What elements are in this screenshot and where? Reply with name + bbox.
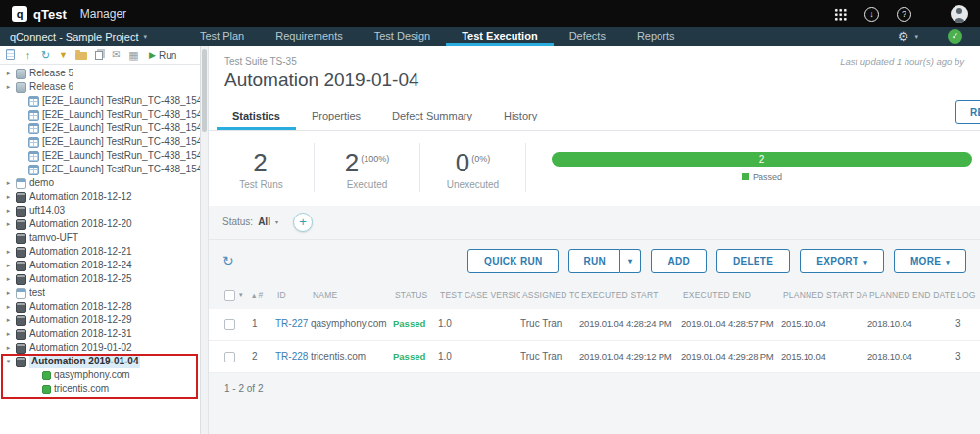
gear-icon[interactable]: ⚙ (898, 29, 909, 44)
nav-item[interactable]: Test Design (359, 27, 446, 46)
tab[interactable]: History (488, 101, 553, 130)
delete-button[interactable]: DELETE (716, 249, 790, 273)
tree-item[interactable]: tricentis.com (0, 382, 200, 396)
column-header[interactable]: ▴# (252, 282, 275, 309)
tree-item[interactable]: ▾ Automation 2019-01-04 (0, 355, 200, 368)
chevron-down-icon[interactable]: ▾ (239, 291, 243, 298)
column-header[interactable]: ASSIGNED TO (520, 282, 579, 309)
run-command[interactable]: ▶ Run (149, 50, 176, 61)
user-avatar[interactable] (951, 5, 968, 23)
nav-item[interactable]: Test Plan (184, 27, 260, 46)
filter-icon[interactable]: ▼ (57, 48, 70, 62)
select-all-checkbox[interactable] (224, 290, 235, 301)
download-icon[interactable]: ↓ (864, 7, 879, 22)
column-header[interactable]: PLANNED END DATE (867, 282, 956, 309)
row-checkbox[interactable] (224, 352, 235, 362)
column-header[interactable]: PLANNED START DATE (781, 282, 867, 309)
tree-item[interactable]: ▸ demo (0, 176, 200, 190)
image-icon[interactable]: ▦ (127, 48, 140, 62)
column-header[interactable]: ID (275, 282, 311, 309)
tree-caret-icon[interactable]: ▸ (4, 313, 13, 327)
export-button[interactable]: EXPORT▾ (800, 249, 884, 273)
tree-item[interactable]: ▸ Automation 2019-01-02 (0, 341, 200, 355)
add-button[interactable]: ADD (651, 249, 707, 273)
tab[interactable]: Properties (296, 101, 376, 130)
nav-item[interactable]: Reports (621, 27, 691, 46)
tree-node-icon (16, 206, 26, 217)
column-header[interactable]: STATUS (393, 282, 438, 309)
tree-item[interactable]: ▸ Automation 2018-12-24 (0, 259, 200, 272)
tree-caret-icon[interactable]: ▸ (4, 300, 13, 313)
reload-button[interactable]: RELOAD (956, 100, 980, 124)
tree-caret-icon[interactable]: ▸ (4, 190, 13, 204)
tree-item[interactable]: ▸ uft14.03 (0, 204, 200, 217)
column-header[interactable]: LOG (956, 282, 980, 309)
folder-icon[interactable] (75, 52, 87, 60)
tree-item[interactable]: ▸ Automation 2018-12-12 (0, 190, 200, 204)
tree-caret-icon[interactable]: ▸ (4, 341, 13, 355)
chevron-down-icon[interactable]: ▾ (275, 218, 278, 225)
table-row[interactable]: 1 TR-227 qasymphony.com Passed 1.0 Truc … (209, 309, 980, 340)
tree-item[interactable]: ▸ Automation 2018-12-28 (0, 300, 200, 313)
tab[interactable]: Statistics (217, 101, 296, 130)
tree-caret-icon[interactable]: ▸ (4, 259, 13, 272)
tree-item[interactable]: ▸ Automation 2018-12-20 (0, 217, 200, 231)
tree-item[interactable]: ▸ Automation 2018-12-21 (0, 245, 200, 259)
tree-item[interactable]: tamvo-UFT (0, 231, 200, 245)
more-button[interactable]: MORE▾ (894, 249, 966, 273)
green-assistant-icon[interactable]: ✓ (948, 29, 962, 44)
tree-item[interactable]: [E2E_Launch] TestRun_TC-438_154467612786… (0, 163, 200, 176)
tree-caret-icon[interactable]: ▸ (4, 286, 13, 300)
tree-item[interactable]: ▸ Release 6 (0, 80, 200, 94)
tree-item[interactable]: ▸ Automation 2018-12-25 (0, 272, 200, 286)
status-filter-value[interactable]: All (258, 217, 270, 227)
nav-item[interactable]: Defects (554, 27, 621, 46)
tree-item[interactable]: qasymphony.com (0, 368, 200, 382)
tree-caret-icon[interactable]: ▸ (4, 272, 13, 286)
tree-item[interactable]: [E2E_Launch] TestRun_TC-438_154467612786… (0, 108, 200, 121)
tab[interactable]: Defect Summary (376, 101, 488, 130)
new-test-run-icon[interactable] (6, 49, 15, 60)
run-id-link[interactable]: TR-228 (275, 351, 308, 362)
scrollbar-thumb[interactable] (202, 49, 207, 132)
sidebar-scrollbar[interactable] (201, 46, 209, 434)
add-filter-button[interactable]: + (293, 213, 313, 232)
table-row[interactable]: 2 TR-228 tricentis.com Passed 1.0 Truc T… (209, 340, 980, 372)
tree-caret-icon[interactable]: ▸ (4, 80, 13, 94)
tree-item[interactable]: ▸ Automation 2018-12-29 (0, 313, 200, 327)
help-icon[interactable]: ? (897, 7, 911, 22)
tree-caret-icon[interactable]: ▾ (4, 355, 13, 368)
tree-item[interactable]: [E2E_Launch] TestRun_TC-438_154467612786… (0, 135, 200, 149)
refresh-grid-icon[interactable]: ↻ (222, 253, 234, 268)
tree-caret-icon[interactable]: ▸ (4, 245, 13, 259)
project-selector[interactable]: qConnect - Sample Project ▾ (0, 27, 157, 46)
column-header[interactable]: EXECUTED START (579, 282, 681, 309)
quick-run-button[interactable]: QUICK RUN (467, 249, 559, 273)
tree-caret-icon[interactable]: ▸ (4, 67, 13, 80)
mail-icon[interactable]: ✉ (110, 48, 122, 62)
copy-icon[interactable] (95, 51, 103, 60)
tree-item[interactable]: [E2E_Launch] TestRun_TC-438_154467612786… (0, 149, 200, 163)
tree-item[interactable]: ▸ Release 5 (0, 67, 200, 80)
run-id-link[interactable]: TR-227 (275, 318, 308, 329)
column-header[interactable]: TEST CASE VERSION (438, 282, 520, 309)
tree-item[interactable]: [E2E_Launch] TestRun_TC-438_154467612786… (0, 94, 200, 108)
tree-item[interactable]: [E2E_Launch] TestRun_TC-438_154467612786… (0, 121, 200, 135)
column-header[interactable]: NAME (311, 282, 393, 309)
refresh-tree-icon[interactable]: ↻ (39, 48, 52, 62)
tree-item[interactable]: ▸ Automation 2018-12-31 (0, 327, 200, 341)
move-up-icon[interactable]: ↑ (22, 48, 34, 62)
tree-caret-icon[interactable]: ▸ (4, 176, 13, 190)
run-button[interactable]: RUN (568, 249, 620, 273)
run-dropdown-button[interactable]: ▾ (620, 249, 641, 273)
nav-item[interactable]: Test Execution (446, 27, 553, 46)
column-header[interactable]: EXECUTED END (681, 282, 781, 309)
row-checkbox[interactable] (224, 319, 235, 330)
tree-caret-icon[interactable]: ▸ (4, 204, 13, 217)
chevron-down-icon[interactable]: ▾ (914, 33, 918, 41)
nav-item[interactable]: Requirements (260, 27, 358, 46)
tree-caret-icon[interactable]: ▸ (4, 217, 13, 231)
tree-caret-icon[interactable]: ▸ (4, 327, 13, 341)
apps-grid-icon[interactable] (834, 8, 847, 21)
tree-item[interactable]: ▸ test (0, 286, 200, 300)
